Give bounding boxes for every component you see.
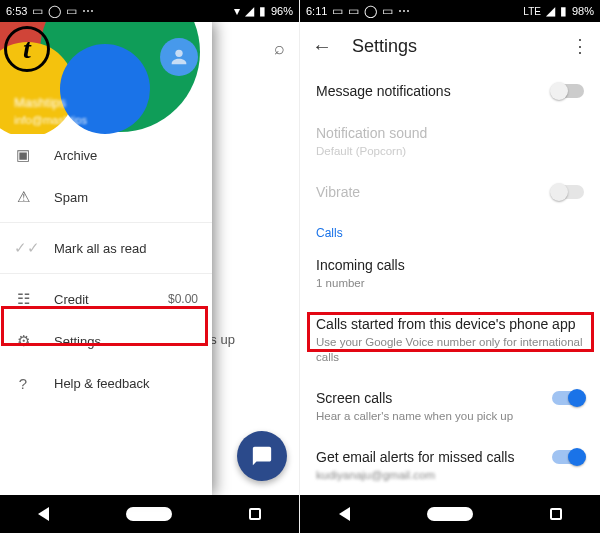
network-type: LTE: [523, 6, 541, 17]
page-title: Settings: [352, 36, 551, 57]
voicemail-icon: ▭: [382, 5, 393, 17]
drawer-label: Settings: [54, 334, 101, 349]
setting-vibrate: Vibrate: [316, 171, 584, 213]
setting-message-notifications[interactable]: Message notifications: [316, 70, 584, 112]
drawer-item-archive[interactable]: ▣ Archive: [0, 134, 212, 176]
battery-pct: 98%: [572, 5, 594, 17]
wifi-icon: ▾: [234, 5, 240, 17]
spam-icon: ⚠︎: [14, 188, 32, 206]
setting-title: Calls started from this device's phone a…: [316, 315, 584, 333]
drawer-label: Spam: [54, 190, 88, 205]
drawer-label: Archive: [54, 148, 97, 163]
gear-icon: ⚙: [14, 332, 32, 350]
notif-icon: ▭: [32, 5, 43, 17]
svg-point-0: [175, 50, 182, 57]
drawer-item-credit[interactable]: ☷ Credit $0.00: [0, 278, 212, 320]
drawer-label: Help & feedback: [54, 376, 149, 391]
drawer-item-markread[interactable]: ✓✓ Mark all as read: [0, 227, 212, 269]
notif-icon: ▭: [332, 5, 343, 17]
whatsapp-icon: ◯: [364, 5, 377, 17]
setting-notification-sound: Notification sound Default (Popcorn): [316, 112, 584, 171]
setting-sub: 1 number: [316, 276, 584, 291]
battery-pct: 96%: [271, 5, 293, 17]
account-dropdown-icon[interactable]: ▼: [192, 115, 202, 126]
nav-back[interactable]: [38, 507, 49, 521]
setting-sub: Use your Google Voice number only for in…: [316, 335, 584, 365]
drawer-item-spam[interactable]: ⚠︎ Spam: [0, 176, 212, 218]
signal-icon: ◢: [245, 5, 254, 17]
overflow-menu-icon[interactable]: ⋮: [571, 35, 588, 57]
setting-title: Screen calls: [316, 389, 540, 407]
drawer-item-settings[interactable]: ⚙ Settings: [0, 320, 212, 362]
setting-email-alerts[interactable]: Get email alerts for missed calls kudiya…: [316, 436, 584, 495]
setting-screen-calls[interactable]: Screen calls Hear a caller's name when y…: [316, 377, 584, 436]
notif-icon: ▭: [348, 5, 359, 17]
read-icon: ✓✓: [14, 239, 32, 257]
nav-recent[interactable]: [550, 508, 562, 520]
setting-title: Vibrate: [316, 183, 540, 201]
credit-value: $0.00: [168, 292, 198, 306]
more-notif-icon: ⋯: [398, 5, 410, 17]
setting-title: Get email alerts for missed calls: [316, 448, 540, 466]
nav-home[interactable]: [126, 507, 172, 521]
setting-title: Notification sound: [316, 124, 584, 142]
help-icon: ?: [14, 375, 32, 392]
toggle-switch[interactable]: [552, 84, 584, 98]
drawer-label: Credit: [54, 292, 89, 307]
battery-icon: ▮: [560, 5, 567, 17]
credit-icon: ☷: [14, 290, 32, 308]
nav-drawer: t Mashtips info@mashtips ▼ ▣ Archive ⚠︎: [0, 22, 212, 495]
more-notif-icon: ⋯: [82, 5, 94, 17]
search-icon[interactable]: ⌕: [274, 38, 285, 59]
drawer-label: Mark all as read: [54, 241, 146, 256]
nav-back[interactable]: [339, 507, 350, 521]
statusbar-time: 6:11: [306, 5, 327, 17]
avatar[interactable]: [160, 38, 198, 76]
archive-icon: ▣: [14, 146, 32, 164]
brand-logo: t: [4, 26, 50, 72]
drawer-item-help[interactable]: ? Help & feedback: [0, 362, 212, 404]
account-email: info@mashtips: [14, 114, 87, 126]
setting-sub: Default (Popcorn): [316, 144, 584, 159]
setting-calls-from-phone-app[interactable]: Calls started from this device's phone a…: [316, 303, 584, 377]
battery-icon: ▮: [259, 5, 266, 17]
setting-title: Incoming calls: [316, 256, 584, 274]
nav-home[interactable]: [427, 507, 473, 521]
toggle-switch: [552, 185, 584, 199]
back-arrow-icon[interactable]: ←: [312, 35, 332, 58]
signal-icon: ◢: [546, 5, 555, 17]
compose-fab[interactable]: [237, 431, 287, 481]
toggle-switch[interactable]: [552, 391, 584, 405]
section-header-calls: Calls: [316, 214, 584, 244]
whatsapp-icon: ◯: [48, 5, 61, 17]
toggle-switch[interactable]: [552, 450, 584, 464]
setting-sub: Hear a caller's name when you pick up: [316, 409, 540, 424]
setting-sub: kudiyanaju@gmail.com: [316, 468, 540, 483]
setting-incoming-calls[interactable]: Incoming calls 1 number: [316, 244, 584, 303]
setting-title: Message notifications: [316, 82, 540, 100]
statusbar-time: 6:53: [6, 5, 27, 17]
account-name: Mashtips: [14, 95, 66, 110]
nav-recent[interactable]: [249, 508, 261, 520]
voicemail-icon: ▭: [66, 5, 77, 17]
